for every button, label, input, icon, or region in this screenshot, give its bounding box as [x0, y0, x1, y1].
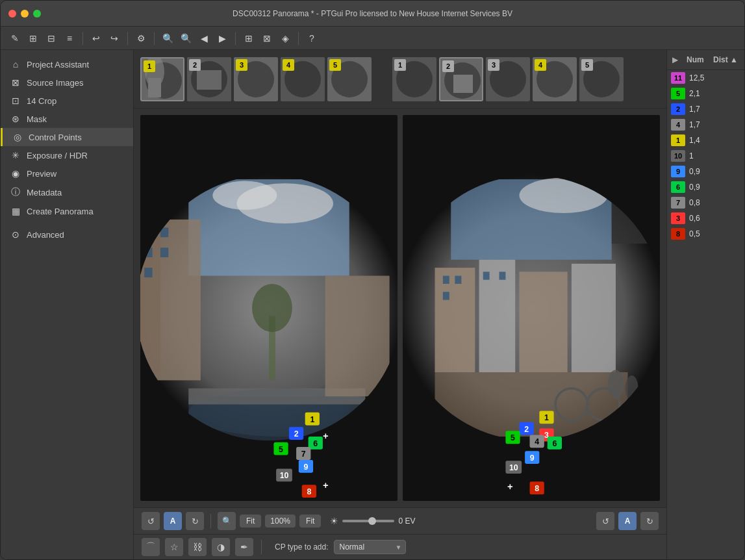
list-item[interactable]: 8 0,5 — [667, 226, 744, 242]
list-item[interactable]: 1 1,4 — [667, 133, 744, 148]
panel-expand-icon[interactable]: ▶ — [668, 53, 681, 67]
cp-badge: 10 — [671, 150, 685, 162]
minimize-button[interactable] — [21, 10, 29, 18]
list-item[interactable]: 6 0,9 — [667, 179, 744, 195]
redo-icon[interactable]: ↪ — [107, 31, 122, 46]
window-title: DSC00312 Panorama * - PTGui Pro licensed… — [233, 9, 512, 18]
svg-text:+: + — [323, 480, 329, 490]
star-tool[interactable]: ☆ — [165, 538, 183, 556]
list-item[interactable]: 5 2,1 — [667, 86, 744, 101]
center-area: 1 2 3 — [134, 50, 666, 559]
svg-text:8: 8 — [535, 484, 539, 493]
sidebar-item-exposure-hdr[interactable]: ✳ Exposure / HDR — [1, 146, 133, 164]
create-panorama-icon: ▦ — [10, 206, 21, 216]
bottom-toolbar: ↺ A ↻ 🔍 Fit 100% Fit ☀ — [134, 508, 666, 535]
thumb-right-1[interactable]: 1 — [392, 57, 436, 101]
list-item[interactable]: 11 12,5 — [667, 70, 744, 86]
rotate-left-button[interactable]: ↺ — [142, 512, 160, 530]
sidebar-item-source-images[interactable]: ⊠ Source Images — [1, 73, 133, 92]
thumb-num: 5 — [329, 59, 341, 71]
list-item[interactable]: 9 0,9 — [667, 164, 744, 179]
sidebar-item-mask[interactable]: ⊛ Mask — [1, 110, 133, 128]
rotate-right-right-button[interactable]: ↻ — [640, 512, 659, 530]
thumb-left-1[interactable]: 1 — [140, 57, 184, 101]
svg-rect-36 — [144, 268, 152, 277]
thumb-num: 1 — [394, 59, 406, 71]
rotate-right-button[interactable]: ↻ — [186, 512, 204, 530]
thumb-right-2[interactable]: 2 — [439, 57, 483, 101]
cp-type-select[interactable]: Normal Horizontal Line Vertical Line — [334, 540, 406, 554]
pen-tool[interactable]: ✒ — [235, 538, 253, 556]
sep-b1 — [210, 514, 211, 528]
exposure-icon: ✳ — [10, 150, 21, 160]
help-icon[interactable]: ? — [304, 31, 320, 46]
close-button[interactable] — [8, 10, 16, 18]
sidebar-item-preview[interactable]: ◉ Preview — [1, 164, 133, 183]
filmstrip-row: 1 2 3 — [134, 50, 666, 108]
sep-1 — [82, 32, 83, 45]
image-panel-left[interactable]: 1 1 2 6 5 — [140, 115, 398, 501]
edit-icon[interactable]: ✎ — [7, 31, 23, 46]
auto-right-button[interactable]: A — [618, 512, 637, 530]
fit-button-2[interactable]: Fit — [299, 515, 321, 528]
list-item[interactable]: 10 1 — [667, 148, 744, 164]
prev-icon[interactable]: ◀ — [196, 31, 212, 46]
sidebar-item-advanced[interactable]: ⊙ Advanced — [1, 225, 133, 244]
thumb-left-4[interactable]: 4 — [281, 57, 325, 101]
cp-dist: 0,9 — [689, 167, 700, 176]
map-icon[interactable]: ◈ — [277, 31, 293, 46]
sidebar-item-project-assistant[interactable]: ⌂ Project Assistant — [1, 55, 133, 73]
svg-text:9: 9 — [530, 453, 535, 463]
svg-text:8: 8 — [307, 487, 311, 496]
ev-slider[interactable] — [342, 520, 394, 522]
cp-badge: 7 — [671, 197, 685, 209]
svg-rect-17 — [453, 75, 473, 93]
cp-dist: 1,7 — [689, 120, 700, 129]
next-icon[interactable]: ▶ — [214, 31, 230, 46]
cp-badge: 6 — [671, 181, 685, 193]
thumb-left-3[interactable]: 3 — [234, 57, 278, 101]
sidebar-item-crop[interactable]: ⊡ 14 Crop — [1, 92, 133, 110]
sidebar-item-control-points[interactable]: ◎ Control Points — [1, 128, 133, 146]
list-item[interactable]: 4 1,7 — [667, 117, 744, 133]
svg-text:+: + — [507, 481, 513, 492]
thumb-right-4[interactable]: 4 — [533, 57, 577, 101]
link-tool[interactable]: ⛓ — [188, 538, 207, 556]
sidebar-label-exposure-hdr: Exposure / HDR — [27, 151, 88, 160]
maximize-button[interactable] — [33, 10, 41, 18]
svg-text:9: 9 — [303, 463, 308, 472]
auto-button[interactable]: A — [164, 512, 182, 530]
list-item[interactable]: 2 1,7 — [667, 101, 744, 117]
svg-point-84 — [608, 370, 624, 399]
cp-dist: 1 — [689, 151, 694, 160]
cp-dist: 0,5 — [689, 229, 700, 238]
list-item[interactable]: 3 0,6 — [667, 210, 744, 226]
sidebar-item-metadata[interactable]: ⓘ Metadata — [1, 183, 133, 202]
zoom-icon[interactable]: 🔍 — [218, 512, 236, 530]
thumb-right-5[interactable]: 5 — [579, 57, 624, 101]
thumb-left-5[interactable]: 5 — [327, 57, 372, 101]
grid2-icon[interactable]: ⊞ — [241, 31, 257, 46]
list-item[interactable]: 7 0,8 — [667, 195, 744, 210]
grid-icon[interactable]: ⊞ — [25, 31, 41, 46]
sidebar-item-create-panorama[interactable]: ▦ Create Panorama — [1, 202, 133, 220]
settings-icon[interactable]: ⚙ — [133, 31, 149, 46]
adjust-tool[interactable]: ◑ — [212, 538, 230, 556]
svg-rect-75 — [572, 264, 616, 372]
filmstrip-left: 1 2 3 — [140, 57, 372, 101]
svg-point-29 — [212, 181, 277, 210]
grid3-icon[interactable]: ⊠ — [259, 31, 275, 46]
zoom-out-icon[interactable]: 🔍 — [178, 31, 194, 46]
rotate-left-right-button[interactable]: ↺ — [596, 512, 614, 530]
image-panel-right[interactable]: 1 2 3 4 5 — [403, 115, 660, 501]
undo-icon[interactable]: ↩ — [88, 31, 104, 46]
svg-rect-78 — [443, 292, 449, 299]
layers-icon[interactable]: ⊟ — [44, 31, 59, 46]
fit-button[interactable]: Fit — [240, 515, 261, 528]
thumb-left-2[interactable]: 2 — [187, 57, 231, 101]
main-window: DSC00312 Panorama * - PTGui Pro licensed… — [0, 0, 745, 560]
thumb-right-3[interactable]: 3 — [486, 57, 530, 101]
stack-icon[interactable]: ≡ — [62, 31, 77, 46]
lasso-tool[interactable]: ⌒ — [142, 538, 160, 556]
search-icon[interactable]: 🔍 — [160, 31, 175, 46]
